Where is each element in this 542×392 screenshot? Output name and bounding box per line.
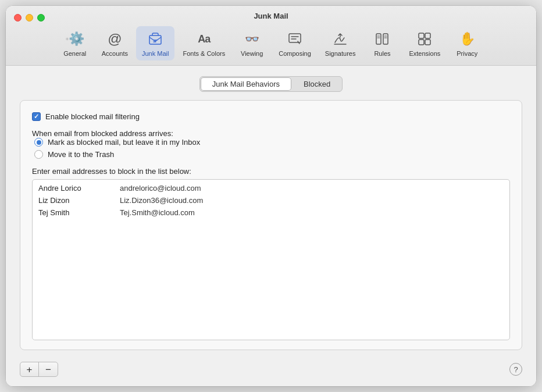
title-bar: Junk Mail ⚙️ General @ Accounts [6,6,536,66]
add-remove-group: + − [20,362,58,377]
hand-icon: ✋ [458,30,476,48]
svg-rect-13 [425,33,430,38]
minimize-button[interactable] [26,14,33,22]
toolbar-label-general: General [63,50,86,57]
content-area: Junk Mail Behaviors Blocked ✓ Enable blo… [6,66,536,386]
toolbar-label-extensions: Extensions [409,50,440,57]
toolbar-item-extensions[interactable]: Extensions [403,26,446,60]
compose-icon [286,30,304,48]
help-button[interactable]: ? [509,363,522,376]
toolbar-item-signatures[interactable]: Signatures [319,26,362,60]
maximize-button[interactable] [37,14,45,22]
svg-rect-14 [419,40,424,45]
email-row[interactable]: Liz DizonLiz.Dizon36@icloud.com [33,194,509,206]
extensions-icon [415,30,434,48]
toolbar: ⚙️ General @ Accounts Ju [56,26,486,65]
email-row[interactable]: Tej SmithTej.Smith@icloud.com [33,206,509,219]
svg-rect-6 [376,34,381,44]
svg-rect-4 [289,34,301,42]
toolbar-item-rules[interactable]: Rules [363,26,401,60]
main-window: Junk Mail ⚙️ General @ Accounts [6,6,536,386]
junk-icon [146,30,165,48]
email-name: Tej Smith [38,208,108,217]
toolbar-label-privacy: Privacy [457,50,477,57]
traffic-lights [14,14,45,22]
tab-blocked[interactable]: Blocked [292,77,342,91]
when-label: When email from blocked address arrives: [32,129,510,138]
toolbar-label-rules: Rules [374,50,390,57]
segmented-control: Junk Mail Behaviors Blocked [20,76,522,92]
bottom-bar: + − ? [20,358,522,377]
email-address: Tej.Smith@icloud.com [120,208,195,217]
email-address: andrelorico@icloud.com [120,184,201,193]
font-icon: Aa [195,30,213,48]
email-address: Liz.Dizon36@icloud.com [120,196,203,205]
tab-junk-behaviors[interactable]: Junk Mail Behaviors [201,77,291,91]
toolbar-item-fonts-colors[interactable]: Aa Fonts & Colors [177,26,231,60]
toolbar-label-signatures: Signatures [325,50,356,57]
remove-button[interactable]: − [39,362,58,376]
signature-icon [331,30,350,48]
add-button[interactable]: + [20,362,39,376]
segmented-control-inner: Junk Mail Behaviors Blocked [199,76,343,92]
radio-mark-blocked[interactable]: Mark as blocked mail, but leave it in my… [34,138,510,147]
svg-rect-7 [383,34,388,44]
toolbar-label-fonts-colors: Fonts & Colors [183,50,225,57]
at-icon: @ [105,30,124,48]
radio-move-trash[interactable]: Move it to the Trash [34,150,510,159]
radio-mark-blocked-inner [37,140,41,145]
gear-icon: ⚙️ [66,30,84,48]
radio-move-trash-label: Move it to the Trash [48,150,114,159]
toolbar-label-junk-mail: Junk Mail [142,50,169,57]
radio-mark-blocked-label: Mark as blocked mail, but leave it in my… [48,138,200,147]
radio-move-trash-outer[interactable] [34,150,43,159]
svg-point-0 [67,38,67,39]
svg-rect-12 [419,33,424,38]
toolbar-item-accounts[interactable]: @ Accounts [96,26,134,60]
when-section: When email from blocked address arrives:… [32,127,510,159]
checkmark-icon: ✓ [34,113,39,120]
email-row[interactable]: Andre Loricoandrelorico@icloud.com [33,182,509,194]
rules-icon [373,30,391,48]
enable-filtering-row[interactable]: ✓ Enable blocked mail filtering [32,112,510,121]
radio-mark-blocked-outer[interactable] [34,138,43,147]
toolbar-label-accounts: Accounts [102,50,128,57]
enable-filtering-checkbox[interactable]: ✓ [32,112,41,121]
email-list[interactable]: Andre Loricoandrelorico@icloud.comLiz Di… [32,179,510,340]
toolbar-item-privacy[interactable]: ✋ Privacy [448,26,486,60]
svg-rect-15 [425,40,430,45]
toolbar-item-viewing[interactable]: 👓 Viewing [233,26,270,60]
toolbar-label-composing: Composing [279,50,311,57]
window-title: Junk Mail [254,12,288,20]
toolbar-item-composing[interactable]: Composing [273,26,317,60]
close-button[interactable] [14,14,22,22]
glasses-icon: 👓 [243,30,261,48]
toolbar-item-junk-mail[interactable]: Junk Mail [136,26,174,60]
list-section: Enter email addresses to block in the li… [32,165,510,340]
email-name: Andre Lorico [38,184,108,193]
email-name: Liz Dizon [38,196,108,205]
list-label: Enter email addresses to block in the li… [32,167,510,176]
toolbar-item-general[interactable]: ⚙️ General [56,26,94,60]
settings-panel: ✓ Enable blocked mail filtering When ema… [20,100,522,350]
toolbar-label-viewing: Viewing [241,50,263,57]
radio-group: Mark as blocked mail, but leave it in my… [34,138,510,159]
enable-filtering-label: Enable blocked mail filtering [45,112,140,121]
